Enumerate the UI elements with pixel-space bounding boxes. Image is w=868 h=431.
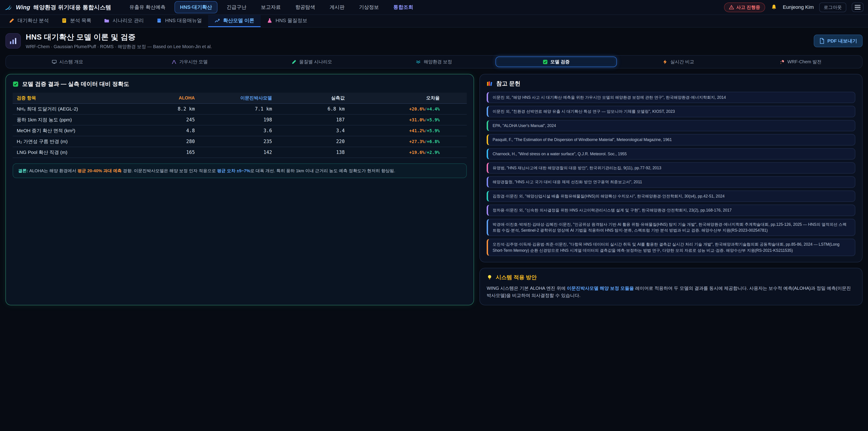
wing-logo-icon [4, 4, 13, 10]
nav-item-hns-atmospheric[interactable]: HNS·대기확산 [175, 1, 217, 13]
reference-item: 박경애·이진호·박재진·김태성·김혜진·이문진, "인공위성 원격탐사 기반 A… [487, 219, 855, 236]
table-row: NH₃ 최대 도달거리 (AEGL-2) 8.2 km 7.1 km 6.8 k… [13, 103, 467, 114]
pdf-export-button[interactable]: PDF 내보내기 [814, 35, 863, 47]
validation-table: 검증 항목 ALOHA 이문진박사모델 실측값 오차율 NH₃ 최대 도달거리 … [13, 93, 467, 158]
nav-item-integrated-search[interactable]: 통합조회 [388, 1, 418, 13]
incident-status-badge[interactable]: 사고 진행중 [724, 2, 765, 12]
section-tab-realtime-comparison[interactable]: 실시간 비교 [618, 57, 739, 67]
validation-results-panel: 모델 검증 결과 — 실측 데이터 대비 정확도 검증 항목 ALOHA 이문진… [5, 74, 474, 305]
section-tab-label: 실시간 비교 [670, 59, 694, 65]
trend-chart-icon [215, 18, 220, 23]
reference-item: 정차용·이문진 외, "신속한 의사결정을 위한 HNS 사고이력관리시스템 설… [487, 205, 855, 216]
section-tab-overview[interactable]: 시스템 개요 [7, 57, 128, 67]
measured-value-cell: 187 [276, 114, 348, 125]
model-value-cell: 142 [199, 147, 276, 158]
aloha-value-cell: 8.2 km [153, 103, 199, 114]
app-title: 해양환경 위기대응 통합시스템 [33, 4, 111, 11]
tab-label: 분석 목록 [70, 17, 91, 24]
page-chart-icon [5, 33, 21, 49]
reference-list: 이문진 외, "해양 HNS 사고 시 대기확산 예측을 위한 가우시안 모델의… [487, 92, 855, 256]
logout-button[interactable]: 로그아웃 [819, 2, 846, 12]
system-application-text: WING 시스템은 기본 ALOHA 엔진 위에 이문진박사모델 해양 보정 모… [487, 284, 855, 299]
conclusion-note: 결론: ALOHA는 해양 환경에서 평균 20-40% 과대 예측 경향. 이… [13, 163, 467, 178]
folder-icon [104, 18, 110, 23]
references-panel-title: 참고 문헌 [487, 80, 855, 87]
logo-mark: Wing [16, 4, 30, 11]
validation-panel-title: 모델 검증 결과 — 실측 데이터 대비 정확도 [13, 80, 467, 88]
section-tab-label: 가우시안 모델 [179, 59, 208, 65]
measured-value-cell: 220 [276, 136, 348, 147]
monitor-icon [52, 59, 57, 64]
section-tab-label: 모델 검증 [550, 59, 570, 65]
section-tab-substance-scenarios[interactable]: 물질별 시나리오 [251, 57, 373, 67]
section-tab-bar: 시스템 개요 가우시안 모델 물질별 시나리오 해양환경 보정 모델 검증 실시… [5, 55, 863, 68]
model-value-cell: 3.6 [199, 125, 276, 136]
section-tab-label: 물질별 시나리오 [299, 59, 332, 65]
validation-title-text: 모델 검증 결과 — 실측 데이터 대비 정확도 [22, 80, 129, 88]
table-row: 풍하 1km 지점 농도 (ppm) 245 198 187 +31.0%/+5… [13, 114, 467, 125]
nav-item-weather[interactable]: 기상정보 [353, 1, 384, 13]
check-square-icon [13, 81, 19, 87]
metric-name-cell: 풍하 1km 지점 농도 (ppm) [13, 114, 153, 125]
tab-analysis-list[interactable]: 분석 목록 [55, 15, 98, 27]
section-tab-label: 시스템 개요 [59, 59, 84, 65]
reference-item: 김창겸·이문진 외, "해양산업시설 배출 위험유해물질(HNS)의 해양확산 … [487, 190, 855, 202]
tab-atmospheric-analysis[interactable]: 대기확산 분석 [3, 15, 55, 27]
section-tab-wrf-chem[interactable]: WRF-Chem 발전 [740, 57, 861, 67]
nav-item-board[interactable]: 게시판 [324, 1, 350, 13]
measured-value-cell: 138 [276, 147, 348, 158]
manual-book-icon [156, 18, 162, 23]
pdf-export-label: PDF 내보내기 [827, 38, 857, 44]
nav-item-oil-spill-forecast[interactable]: 유출유 확산예측 [124, 1, 171, 13]
flask-icon [267, 18, 272, 23]
page-subtitle: WRF-Chem · Gaussian Plume/Puff · ROMS · … [26, 43, 212, 50]
system-application-title-text: 시스템 적용 방안 [496, 274, 537, 281]
section-tab-label: WRF-Chem 발전 [787, 59, 822, 65]
warning-icon [729, 5, 734, 10]
right-column: 참고 문헌 이문진 외, "해양 HNS 사고 시 대기확산 예측을 위한 가우… [479, 74, 863, 305]
menu-icon[interactable] [852, 2, 864, 12]
measured-value-cell: 3.4 [276, 125, 348, 136]
error-rate-cell: +41.2%/+5.9% [349, 125, 467, 136]
logo[interactable]: Wing 해양환경 위기대응 통합시스템 [4, 4, 111, 11]
notebook-icon [61, 18, 67, 23]
aloha-value-cell: 245 [153, 114, 199, 125]
table-row: MeOH 증기 확산 면적 (km²) 4.8 3.6 3.4 +41.2%/+… [13, 125, 467, 136]
incident-badge-label: 사고 진행중 [736, 4, 760, 10]
col-header-model: 이문진박사모델 [199, 93, 276, 103]
tab-label: 확산모델 이론 [223, 17, 254, 24]
user-name[interactable]: Eunjeong Kim [783, 4, 814, 10]
measured-value-cell: 6.8 km [276, 103, 348, 114]
tab-hns-substance-info[interactable]: HNS 물질정보 [260, 15, 314, 27]
system-application-title: 시스템 적용 방안 [487, 274, 855, 281]
tab-diffusion-model-theory[interactable]: 확산모델 이론 [208, 15, 260, 27]
section-tab-model-validation[interactable]: 모델 검증 [495, 57, 617, 67]
col-header-measured: 실측값 [276, 93, 348, 103]
main-content: 모델 검증 결과 — 실측 데이터 대비 정확도 검증 항목 ALOHA 이문진… [5, 74, 863, 305]
model-value-cell: 7.1 km [199, 103, 276, 114]
lightbulb-icon [487, 274, 493, 280]
tab-scenario-management[interactable]: 시나리오 관리 [98, 15, 150, 27]
aloha-value-cell: 4.8 [153, 125, 199, 136]
section-tab-ocean-correction[interactable]: 해양환경 보정 [373, 57, 495, 67]
tab-label: HNS 물질정보 [276, 17, 307, 24]
nav-item-reports[interactable]: 보고자료 [255, 1, 286, 13]
reference-item: 유영범, "HNS 재난사고에 대한 해양경찰의 대응 방안", 한국위기관리논… [487, 162, 855, 174]
aloha-value-cell: 165 [153, 147, 199, 158]
nav-item-emergency-rescue[interactable]: 긴급구난 [221, 1, 252, 13]
green-pencil-icon [291, 59, 297, 64]
reference-item: 오진석·김주영·이득재·김용범·최준·이문진, "다항목 HNS 데이터의 실시… [487, 239, 855, 256]
notification-bell-icon[interactable] [771, 4, 777, 11]
references-panel: 참고 문헌 이문진 외, "해양 HNS 사고 시 대기확산 예측을 위한 가우… [479, 74, 863, 263]
nav-item-aerial-search[interactable]: 항공탐색 [290, 1, 320, 13]
metric-name-cell: MeOH 증기 확산 면적 (km²) [13, 125, 153, 136]
waves-icon [416, 59, 421, 64]
lightning-icon [662, 59, 668, 64]
gaussian-curve-icon [172, 59, 177, 64]
references-title-text: 참고 문헌 [496, 80, 520, 87]
metric-name-cell: H₂ 가연성 구름 반경 (m) [13, 136, 153, 147]
model-value-cell: 235 [199, 136, 276, 147]
section-tab-gaussian-model[interactable]: 가우시안 모델 [129, 57, 250, 67]
page-header: HNS 대기확산 모델 이론 및 검증 WRF-Chem · Gaussian … [0, 28, 868, 53]
tab-hns-response-manual[interactable]: HNS 대응매뉴얼 [150, 15, 208, 27]
